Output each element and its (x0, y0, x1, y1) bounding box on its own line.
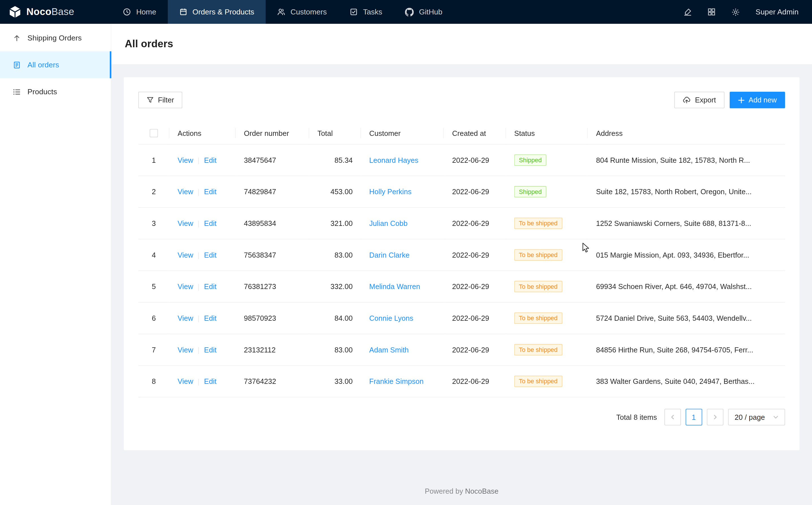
created-at-cell: 2022-06-29 (444, 208, 506, 239)
action-divider (198, 189, 199, 196)
page-size-select[interactable]: 20 / page (728, 409, 785, 426)
nav-item-github[interactable]: GitHub (393, 0, 454, 24)
row-index: 4 (139, 239, 170, 271)
edit-link[interactable]: Edit (204, 188, 217, 196)
status-badge: To be shipped (514, 249, 562, 261)
view-link[interactable]: View (178, 377, 193, 385)
export-button[interactable]: Export (674, 92, 724, 109)
nav-menu: Home Orders & Products Customers Tasks (111, 0, 678, 24)
customer-link[interactable]: Julian Cobb (369, 219, 408, 227)
action-divider (198, 284, 199, 291)
total-cell: 33.00 (309, 366, 361, 397)
order-number-cell: 98570923 (236, 303, 309, 334)
row-index: 1 (139, 144, 170, 176)
highlighter-icon (684, 8, 692, 16)
created-at-cell: 2022-06-29 (444, 366, 506, 397)
nav-item-orders-products[interactable]: Orders & Products (168, 0, 265, 24)
arrow-up-icon (13, 34, 21, 42)
nav-item-label: Orders & Products (192, 8, 254, 16)
sidebar-item-products[interactable]: Products (0, 78, 111, 105)
view-link[interactable]: View (178, 188, 193, 196)
sidebar-item-all-orders[interactable]: All orders (0, 51, 111, 78)
customer-link[interactable]: Adam Smith (369, 346, 409, 354)
ui-editor-button[interactable] (684, 8, 692, 16)
column-header-created-at: Created at (444, 122, 506, 144)
sidebar-item-label: Products (27, 88, 57, 96)
row-index: 8 (139, 366, 170, 397)
edit-link[interactable]: Edit (204, 377, 217, 385)
edit-link[interactable]: Edit (204, 314, 217, 322)
card-toolbar: Filter Export (139, 92, 785, 109)
view-link[interactable]: View (178, 283, 193, 291)
customer-link[interactable]: Leonard Hayes (369, 156, 419, 164)
status-badge: Shipped (514, 155, 547, 166)
address-cell: 69934 Schoen River, Apt. 646, 49704, Wal… (588, 271, 785, 303)
created-at-cell: 2022-06-29 (444, 334, 506, 366)
view-link[interactable]: View (178, 156, 193, 164)
footer: Powered by NocoBase (123, 450, 800, 505)
total-cell: 453.00 (309, 176, 361, 208)
plugin-manager-button[interactable] (707, 8, 716, 16)
status-badge: To be shipped (514, 344, 562, 356)
row-index: 3 (139, 208, 170, 239)
table-row: 6 ViewEdit 98570923 84.00 Connie Lyons 2… (139, 303, 785, 334)
orders-table: Actions Order number Total Customer Crea… (139, 122, 785, 397)
prev-page-button[interactable] (664, 409, 681, 426)
column-header-customer: Customer (361, 122, 444, 144)
filter-button[interactable]: Filter (139, 92, 183, 109)
edit-link[interactable]: Edit (204, 156, 217, 164)
customer-link[interactable]: Darin Clarke (369, 251, 410, 259)
address-cell: 383 Walter Gardens, Suite 040, 24947, Be… (588, 366, 785, 397)
column-header-order-number: Order number (236, 122, 309, 144)
order-number-cell: 23132112 (236, 334, 309, 366)
table-row: 3 ViewEdit 43895834 321.00 Julian Cobb 2… (139, 208, 785, 239)
action-divider (198, 379, 199, 385)
total-cell: 85.34 (309, 144, 361, 176)
nav-item-label: GitHub (419, 8, 443, 16)
total-cell: 321.00 (309, 208, 361, 239)
status-badge: Shipped (514, 186, 547, 198)
customer-link[interactable]: Connie Lyons (369, 314, 414, 322)
nav-item-home[interactable]: Home (111, 0, 168, 24)
edit-link[interactable]: Edit (204, 219, 217, 227)
settings-button[interactable] (731, 8, 740, 16)
pagination: Total 8 items 1 (139, 409, 785, 426)
table-row: 5 ViewEdit 76381273 332.00 Melinda Warre… (139, 271, 785, 303)
edit-link[interactable]: Edit (204, 346, 217, 354)
chevron-down-icon (773, 415, 778, 420)
sidebar-item-shipping-orders[interactable]: Shipping Orders (0, 24, 111, 51)
nav-item-tasks[interactable]: Tasks (338, 0, 393, 24)
filter-button-label: Filter (158, 96, 174, 104)
brand-base: Base (51, 6, 74, 17)
view-link[interactable]: View (178, 251, 193, 259)
list-icon (13, 88, 21, 96)
edit-link[interactable]: Edit (204, 283, 217, 291)
address-cell: 5724 Daniel Drive, Suite 563, 54403, Wen… (588, 303, 785, 334)
view-link[interactable]: View (178, 219, 193, 227)
customer-link[interactable]: Frankie Simpson (369, 377, 424, 385)
column-header-address: Address (588, 122, 785, 144)
column-header-actions: Actions (170, 122, 236, 144)
view-link[interactable]: View (178, 314, 193, 322)
nav-item-label: Home (136, 8, 156, 16)
add-new-button[interactable]: Add new (729, 92, 785, 109)
select-all-checkbox[interactable] (150, 129, 158, 137)
sidebar-item-label: All orders (27, 60, 59, 69)
main-layout: Shipping Orders All orders Products All … (0, 24, 812, 505)
edit-link[interactable]: Edit (204, 251, 217, 259)
created-at-cell: 2022-06-29 (444, 271, 506, 303)
table-row: 8 ViewEdit 73764232 33.00 Frankie Simpso… (139, 366, 785, 397)
row-index: 5 (139, 271, 170, 303)
column-header-total: Total (309, 122, 361, 144)
user-menu[interactable]: Super Admin (755, 8, 798, 16)
action-divider (198, 347, 199, 354)
page-number-button[interactable]: 1 (686, 409, 702, 426)
nav-item-customers[interactable]: Customers (266, 0, 338, 24)
brand[interactable]: NocoBase (0, 0, 111, 24)
view-link[interactable]: View (178, 346, 193, 354)
customer-link[interactable]: Melinda Warren (369, 283, 420, 291)
customer-link[interactable]: Holly Perkins (369, 188, 412, 196)
next-page-button[interactable] (707, 409, 724, 426)
status-badge: To be shipped (514, 281, 562, 293)
footer-brand: NocoBase (465, 487, 499, 495)
